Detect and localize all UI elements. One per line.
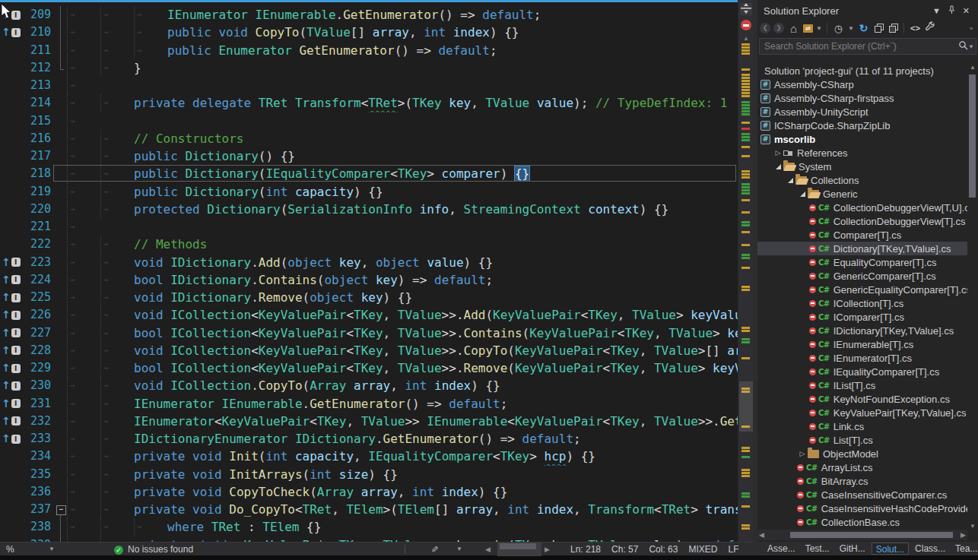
tree-item-file[interactable]: C#CollectionDebuggerView[T,U].cs [757, 201, 967, 214]
code-line[interactable]: 218→→public Dictionary(IEqualityComparer… [0, 165, 738, 182]
override-indicator-icon[interactable]: ↑I [0, 24, 23, 41]
tree-item-file[interactable]: C#CaseInsensitiveHashCodeProvider.cs [757, 501, 967, 515]
code-line[interactable]: ↑I231→→IEnumerator IEnumerable.GetEnumer… [0, 395, 738, 413]
code-text[interactable]: →→→IEnumerator IEnumerable.GetEnumerator… [67, 6, 738, 24]
expanded-arrow-icon[interactable] [797, 191, 808, 197]
collapsed-arrow-icon[interactable]: ▷ [773, 149, 783, 157]
line-number[interactable]: 234 [23, 448, 55, 465]
code-text[interactable]: →→protected Dictionary(SerializationInfo… [67, 201, 738, 218]
chevron-down-icon[interactable]: ▼ [816, 25, 822, 32]
override-indicator-icon[interactable]: ↑I [0, 289, 23, 306]
code-line[interactable]: 220→→protected Dictionary(SerializationI… [0, 201, 738, 218]
editor-horizontal-scrollbar[interactable] [497, 543, 541, 556]
code-line[interactable]: 221→ [0, 218, 738, 236]
code-line[interactable]: ↑I226→→void ICollection<KeyValuePair<TKe… [0, 306, 738, 324]
code-line[interactable]: 236→→private void CopyToCheck(Array arra… [0, 483, 738, 501]
tree-item-file[interactable]: C#IEqualityComparer[T].cs [757, 365, 967, 378]
code-text[interactable]: →→void IDictionary.Remove(object key) {} [67, 289, 738, 306]
tree-item-file[interactable]: C#KeyValuePair[TKey,TValue].cs [757, 406, 967, 419]
dock-tab[interactable]: Class... [911, 543, 949, 555]
code-text[interactable]: →→private void CopyToCheck(Array array, … [67, 483, 738, 501]
tree-item-file[interactable]: C#IDictionary[TKey,TValue].cs [757, 324, 967, 337]
code-text[interactable]: →→void ICollection<KeyValuePair<TKey, TV… [67, 306, 738, 324]
override-indicator-icon[interactable]: ↑I [0, 306, 23, 324]
code-line[interactable]: 237→→private void Do_CopyTo<TRet, TElem>… [0, 501, 738, 518]
code-text[interactable]: →→bool ICollection<KeyValuePair<TKey, TV… [67, 324, 738, 342]
dock-tab[interactable]: Tea... [951, 543, 978, 555]
tree-item-file[interactable]: C#Dictionary[TKey,TValue].cs [757, 242, 967, 255]
tree-item-file[interactable]: C#EqualityComparer[T].cs [757, 255, 967, 269]
code-line[interactable]: 234→→private void Init(int capacity, IEq… [0, 448, 738, 465]
code-text[interactable]: →→IEnumerator<KeyValuePair<TKey, TValue>… [67, 413, 738, 430]
code-editor[interactable]: ↑I209→→→IEnumerator IEnumerable.GetEnume… [0, 2, 738, 542]
tree-item-file[interactable]: C#CollectionBase.cs [757, 515, 967, 529]
code-line[interactable]: ↑I224→→bool IDictionary.Contains(object … [0, 271, 738, 289]
scroll-up-arrow-icon[interactable]: ▲ [967, 64, 978, 71]
override-indicator-icon[interactable]: ↑I [0, 395, 23, 413]
code-text[interactable]: →→bool IDictionary.Contains(object key) … [67, 271, 738, 289]
code-line[interactable]: ↑I223→→void IDictionary.Add(object key, … [0, 254, 738, 271]
line-number[interactable]: 221 [23, 218, 55, 236]
code-text[interactable]: →→void ICollection.CopyTo(Array array, i… [67, 377, 738, 394]
code-text[interactable]: →→private static KeyValuePair<TKey, TVal… [67, 536, 738, 543]
dock-tab[interactable]: Test... [802, 543, 834, 555]
code-line[interactable]: 238→→→where TRet : TElem {} [0, 518, 738, 536]
zoom-dropdown-icon[interactable]: ▼ [49, 543, 55, 556]
line-number[interactable]: 219 [23, 183, 55, 201]
refresh-icon[interactable]: ↻ [857, 22, 870, 34]
window-position-chevron-icon[interactable]: ▼ [929, 6, 945, 15]
line-number[interactable]: 216 [23, 130, 55, 147]
line-number[interactable]: 239 [23, 536, 55, 543]
code-line[interactable]: ↑I229→→bool ICollection<KeyValuePair<TKe… [0, 359, 738, 377]
tree-item-file[interactable]: C#GenericEqualityComparer[T].cs [757, 283, 967, 296]
line-number[interactable]: 211 [23, 42, 55, 59]
tree-item-folder[interactable]: System [757, 160, 967, 173]
line-number[interactable]: 226 [23, 306, 55, 324]
code-line[interactable]: ↑I210→→→public void CopyTo(TValue[] arra… [0, 24, 738, 41]
issues-label[interactable]: No issues found [128, 543, 193, 556]
code-text[interactable]: →→IDictionaryEnumerator IDictionary.GetE… [67, 430, 738, 448]
line-number[interactable]: 218 [23, 165, 55, 182]
code-text[interactable]: → [67, 112, 738, 130]
line-number[interactable]: 227 [23, 324, 55, 342]
code-line[interactable]: 212→→} [0, 59, 738, 77]
scrollbar-split-grip-icon[interactable] [740, 3, 752, 15]
code-text[interactable]: → [67, 77, 738, 94]
code-text[interactable]: →→private void InitArrays(int size) {} [67, 466, 738, 483]
override-indicator-icon[interactable]: ↑I [0, 254, 23, 271]
override-indicator-icon[interactable]: ↑I [0, 413, 23, 430]
code-text[interactable]: →→IEnumerator IEnumerable.GetEnumerator(… [67, 395, 738, 413]
code-text[interactable]: →→// Methods [67, 236, 738, 253]
tree-item-project[interactable]: #ICSharpCode.SharpZipLib [757, 119, 967, 132]
tree-item-file[interactable]: C#IEnumerator[T].cs [757, 351, 967, 365]
editor-horizontal-scrollbar-thumb[interactable] [500, 543, 536, 549]
code-text[interactable]: →→→public Enumerator GetEnumerator() => … [67, 42, 738, 59]
code-text[interactable]: →→→public void CopyTo(TValue[] array, in… [67, 24, 738, 41]
code-text[interactable]: →→} [67, 59, 738, 77]
code-text[interactable]: →→private void Init(int capacity, IEqual… [67, 448, 738, 465]
code-text[interactable]: →→bool ICollection<KeyValuePair<TKey, TV… [67, 359, 738, 377]
line-number[interactable]: 210 [23, 24, 55, 41]
expanded-arrow-icon[interactable] [773, 164, 783, 169]
code-text[interactable]: →→// Constructors [67, 130, 738, 147]
search-options-dropdown-icon[interactable]: ▼ [968, 43, 974, 50]
tree-item-file[interactable]: C#ICollection[T].cs [757, 296, 967, 310]
code-line[interactable]: ↑I209→→→IEnumerator IEnumerable.GetEnume… [0, 6, 738, 24]
dock-tab[interactable]: Solut... [872, 543, 909, 555]
override-indicator-icon[interactable]: ↑I [0, 271, 23, 289]
override-indicator-icon[interactable]: ↑I [0, 359, 23, 377]
line-number[interactable]: 229 [23, 359, 55, 377]
forward-icon[interactable]: ❯ [773, 23, 784, 33]
override-indicator-icon[interactable]: ↑I [0, 430, 23, 448]
code-text[interactable]: → [67, 218, 738, 236]
line-number[interactable]: 212 [23, 59, 55, 77]
line-number[interactable]: 220 [23, 201, 55, 218]
line-number[interactable]: 233 [23, 430, 55, 448]
line-number[interactable]: 225 [23, 289, 55, 306]
tree-item-file[interactable]: C#KeyNotFoundException.cs [757, 392, 967, 406]
line-number[interactable]: 215 [23, 112, 55, 130]
tree-item-folder[interactable]: Generic [757, 187, 967, 201]
code-line[interactable]: 216→→// Constructors [0, 130, 738, 147]
view-code-icon[interactable]: <> [909, 24, 922, 33]
dock-tab[interactable]: Asse... [764, 543, 799, 555]
